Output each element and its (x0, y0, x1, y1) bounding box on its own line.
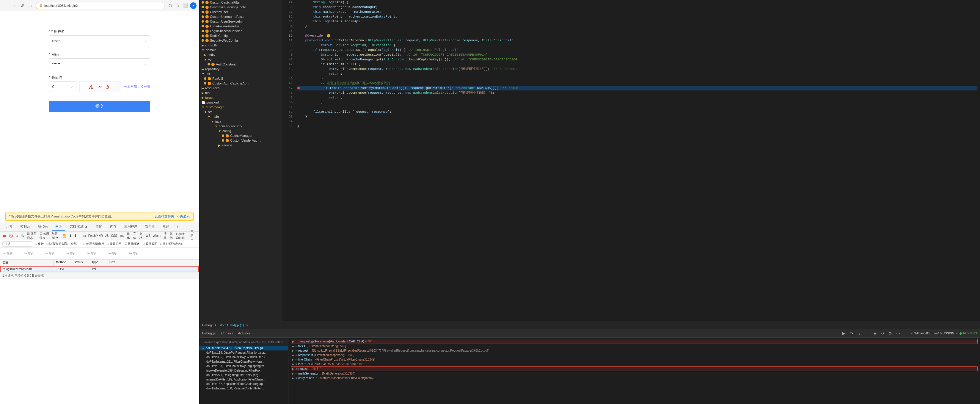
expand-icon[interactable]: ▶ (292, 345, 294, 348)
expand-icon[interactable]: ▶ (292, 362, 294, 366)
no-throttle-select[interactable]: 無限制 ▼ (52, 232, 60, 240)
watch-item-match[interactable]: ▶ ○○ match = "4+5=" (291, 366, 978, 371)
expand-icon[interactable]: ▶ (292, 354, 294, 357)
stack-frame-0[interactable]: → doFilterInternal:47, CustomCaptchaFilt… (199, 346, 288, 350)
watch-item-this[interactable]: ▶ ○ this = {CustomCaptchaFilter@8518} (291, 344, 978, 348)
watch-item-mathgenerator[interactable]: ▶ ○ mathGenerator = {MathGenerator@10354… (291, 371, 978, 376)
running-dropdown-icon[interactable]: ▼ (955, 332, 958, 335)
screenshot-checkbox[interactable]: □ 截屏截图 (143, 242, 157, 246)
dt-tab-elements[interactable]: 元素 (2, 223, 16, 231)
debug-settings-btn[interactable]: ⚙ (888, 331, 893, 336)
tree-redis-config[interactable]: 🟠 RedisConfig (199, 34, 282, 38)
clear-filter[interactable]: 清单 (164, 232, 167, 240)
expand-icon[interactable]: ▶ (292, 340, 294, 343)
stack-frame-9[interactable]: doFilterInternal:100, RemoveContentFilte… (199, 386, 288, 391)
expand-icon[interactable]: ▶ (292, 372, 294, 375)
tree-controller[interactable]: ▶ controller (199, 43, 282, 48)
stack-frame-4[interactable]: doFilter:183, FilterChainProxy (org.spri… (199, 364, 288, 368)
show-desc-checkbox[interactable]: ☑ 显示概述 (124, 242, 140, 246)
tree-main[interactable]: ▼ main (199, 114, 282, 119)
dt-tab-network[interactable]: 网络 (52, 223, 65, 231)
watch-item-entrypoint[interactable]: ▶ ○ entryPoint = {CustomizeAuthenticatio… (291, 376, 978, 380)
tree-custom-username[interactable]: 🟠 CustomUsernamePass... (199, 14, 282, 19)
dt-tab-application[interactable]: 应用程序 (121, 223, 141, 231)
hide-data-url-checkbox[interactable]: □ 隐藏数据 URL (47, 242, 68, 246)
debug-app-name[interactable]: CustomAuthApp (1) (215, 323, 244, 327)
ws-filter[interactable]: WS (146, 234, 150, 237)
tree-test[interactable]: ▶ test (199, 91, 282, 95)
expand-icon[interactable]: ▶ (292, 349, 294, 352)
all-checkbox[interactable]: 全部 (71, 242, 77, 246)
forward-button[interactable]: → (11, 2, 17, 9)
tree-login-failure[interactable]: 🟠 LoginFailureHandler... (199, 24, 282, 29)
tree-entity[interactable]: ▶ entity (199, 53, 282, 57)
stack-frame-8[interactable]: doFilter:162, ApplicationFilterChain (or… (199, 382, 288, 386)
tree-custom-captcha[interactable]: 🟠 CustomCaptchaFilter (199, 0, 282, 5)
stack-frame-2[interactable]: doFilter:336, FilterChainProxySVirtualFi… (199, 355, 288, 359)
dt-tab-css[interactable]: CSS 概述 ▲ (66, 223, 92, 231)
media-filter[interactable]: 媒体 (127, 232, 131, 240)
debug-app-close[interactable]: × (246, 323, 248, 327)
dt-tab-memory[interactable]: 内存 (107, 223, 120, 231)
expand-icon[interactable]: ▶ (292, 367, 294, 370)
tree-resources[interactable]: ▶ resources (199, 86, 282, 91)
debug-stop-btn[interactable]: ■ (872, 331, 877, 336)
dt-tab-welcome[interactable]: 欢迎 (159, 223, 173, 231)
doc-filter[interactable]: 文档 (140, 232, 143, 240)
large-items-checkbox[interactable]: □ 使用大请求行 (84, 242, 104, 246)
debug-tab-actuator[interactable]: Actuator (238, 331, 250, 335)
blocked-cookie-filter[interactable]: 已阻止 Cookie (176, 232, 189, 240)
debug-more-btn[interactable]: ⋯ (895, 331, 900, 336)
notification-link[interactable]: 设置根文件夹 (154, 214, 174, 219)
group-checkbox[interactable]: □ 按帧分组 (107, 242, 122, 246)
tree-login-success[interactable]: 🟠 LoginSuccessHandler... (199, 29, 282, 34)
watch-item-captcha[interactable]: ▶ ○○ request.getParameter(AuthConstant.C… (291, 339, 978, 344)
tree-service[interactable]: ▶ service (199, 143, 282, 148)
tree-customize-security[interactable]: 🟠 CustomizeSecurityConte... (199, 5, 282, 10)
debug-step-out-btn[interactable]: ↑ (864, 331, 870, 336)
css-filter[interactable]: CSS (111, 234, 117, 237)
debug-resume-btn[interactable]: ▶ (841, 331, 846, 336)
tree-java[interactable]: ▼ java (199, 119, 282, 124)
dt-tab-console[interactable]: 控制台 (17, 223, 33, 231)
home-button[interactable]: ⌂ (27, 2, 34, 9)
expand-icon[interactable]: ▶ (292, 377, 294, 380)
tree-domain[interactable]: ▼ domain (199, 48, 282, 53)
disable-cache-checkbox[interactable]: ☑ 禁用缓存 (40, 232, 50, 240)
tree-auth-constant[interactable]: 🟠 AuthConstant (199, 62, 282, 67)
tree-vo[interactable]: ▼ vo (199, 57, 282, 62)
captcha-refresh-link[interactable]: 一看不清，换一张 (124, 85, 150, 89)
debug-restart-btn[interactable]: ↺ (880, 331, 885, 336)
tree-custom-vender-auth[interactable]: 🟠 CustomVenderAuth... (199, 138, 282, 143)
other-filter[interactable]: 其他 (170, 232, 173, 240)
debug-tab-debugger[interactable]: Debugger (202, 331, 216, 335)
username-input[interactable] (49, 35, 150, 46)
dt-tab-add[interactable]: ＋ (173, 224, 182, 230)
stack-frame-5[interactable]: invokeDelegate:358, DelegatingFilterPro.… (199, 368, 288, 373)
tree-custom-auth-captcha[interactable]: 🟠 CustomAuthCaptchaAp... (199, 81, 282, 86)
network-filter-input[interactable] (2, 241, 32, 247)
tree-src[interactable]: ▼ src (199, 110, 282, 114)
stack-frame-3[interactable]: doFilterInternal:211, FilterChainProxy (… (199, 359, 288, 364)
address-bar[interactable]: 🔒 localhost:8081/#/login2 (36, 2, 165, 9)
js-filter[interactable]: JS (105, 234, 109, 237)
tree-util[interactable]: ▼ util (199, 72, 282, 76)
clear-icon[interactable]: 🚫 (9, 234, 13, 238)
search-icon[interactable]: 🔍 (21, 234, 25, 238)
img-filter[interactable]: Img (119, 234, 124, 237)
back-button[interactable]: ← (2, 2, 9, 9)
filter-icon[interactable]: ⊟ (16, 234, 18, 238)
stack-frame-1[interactable]: doFilter:119, OncePerRequestFilter (org.… (199, 350, 288, 355)
tree-rsa-util[interactable]: 🟠 RsaUtil (199, 76, 282, 81)
dt-tab-performance[interactable]: 性能 (92, 223, 106, 231)
tree-config[interactable]: ▼ config (199, 129, 282, 133)
captcha-image[interactable]: A ～ 5 (80, 81, 121, 92)
reverse-checkbox[interactable]: □ 反转 (35, 242, 44, 246)
dt-tab-sources[interactable]: 源代码 (34, 223, 51, 231)
font-filter[interactable]: 字体 (133, 232, 137, 240)
debug-step-over-btn[interactable]: ↷ (849, 331, 854, 336)
tree-custom-user[interactable]: 🟠 CustomUser (199, 10, 282, 14)
tree-pom-xml[interactable]: 📄 pom.xml (199, 100, 282, 105)
star-button[interactable]: ☆ (175, 2, 181, 9)
tree-custom-login[interactable]: ▼ custom-login (199, 105, 282, 110)
